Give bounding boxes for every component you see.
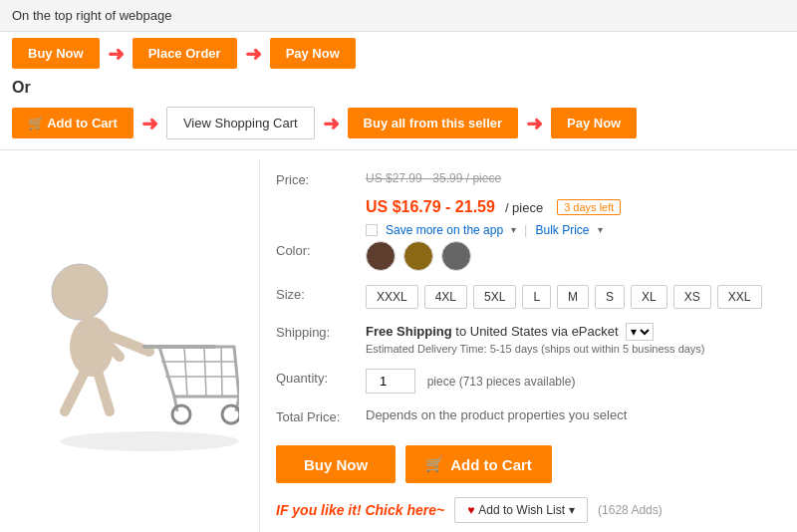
save-more-dropdown[interactable]: ▾ xyxy=(511,224,516,235)
color-swatch-dark[interactable] xyxy=(366,241,396,271)
price-discount: US $16.79 - 21.59 xyxy=(366,198,495,216)
save-more-text: Save more on the app xyxy=(386,223,503,237)
total-price-label: Total Price: xyxy=(276,407,366,424)
arrow-4: ➜ xyxy=(323,112,340,135)
place-order-button[interactable]: Place Order xyxy=(133,38,237,69)
arrow-3: ➜ xyxy=(141,112,158,135)
product-image-svg xyxy=(20,237,239,456)
price-row: Price: US $27.99 - 35.99 / piece xyxy=(276,170,781,194)
price-value: US $27.99 - 35.99 / piece xyxy=(366,170,781,185)
total-price-row: Total Price: Depends on the product prop… xyxy=(276,407,781,431)
product-image-container xyxy=(0,160,259,532)
size-m[interactable]: M xyxy=(557,285,589,309)
arrow-2: ➜ xyxy=(245,42,262,66)
color-swatch-gray[interactable] xyxy=(441,241,471,271)
color-swatches xyxy=(366,241,471,271)
add-to-cart-button-main[interactable]: 🛒 Add to Cart xyxy=(405,445,552,483)
size-label: Size: xyxy=(276,285,366,302)
bulk-price-dropdown[interactable]: ▾ xyxy=(598,224,603,235)
svg-line-5 xyxy=(98,372,110,411)
svg-line-10 xyxy=(204,347,206,397)
size-xxxl[interactable]: XXXL xyxy=(366,285,418,309)
add-to-cart-button-top[interactable]: 🛒 Add to Cart xyxy=(12,108,133,138)
svg-line-9 xyxy=(184,347,187,397)
arrow-1: ➜ xyxy=(108,42,125,66)
color-label: Color: xyxy=(276,241,366,258)
product-details: Price: US $27.99 - 35.99 / piece US $16.… xyxy=(259,160,797,532)
wish-row: IF you like it! Chick here~ ♥ Add to Wis… xyxy=(276,497,781,523)
color-swatch-brown[interactable] xyxy=(403,241,433,271)
svg-point-0 xyxy=(52,264,108,320)
quantity-label: Quantity: xyxy=(276,369,366,386)
bulk-price-link[interactable]: Bulk Price xyxy=(535,223,589,237)
wish-list-button[interactable]: ♥ Add to Wish List ▾ xyxy=(454,497,588,523)
size-xs[interactable]: XS xyxy=(673,285,711,309)
free-shipping-text: Free Shipping xyxy=(366,324,452,339)
quantity-value: piece (713 pieces available) xyxy=(366,369,575,394)
wish-list-label: Add to Wish List xyxy=(478,503,565,517)
shipping-label: Shipping: xyxy=(276,323,366,340)
wish-adds-count: (1628 Adds) xyxy=(598,503,663,517)
save-more-checkbox[interactable] xyxy=(366,224,378,236)
arrow-5: ➜ xyxy=(526,112,543,135)
flow-row-2: 🛒 Add to Cart ➜ View Shopping Cart ➜ Buy… xyxy=(0,101,797,145)
cart-icon-top: 🛒 xyxy=(28,116,44,131)
quantity-row: Quantity: piece (713 pieces available) xyxy=(276,369,781,394)
heart-icon: ♥ xyxy=(467,503,474,517)
quantity-available: piece (713 pieces available) xyxy=(427,375,576,389)
pay-now-button-2[interactable]: Pay Now xyxy=(551,108,637,138)
shipping-info: Free Shipping to United States via ePack… xyxy=(366,323,705,355)
price-per: / piece xyxy=(505,200,543,215)
svg-line-4 xyxy=(65,372,85,411)
color-row: Color: xyxy=(276,241,781,271)
cart-icon-main: 🛒 xyxy=(425,455,444,473)
discount-price-row: US $16.79 - 21.59 / piece 3 days left Sa… xyxy=(366,198,781,237)
price-label: Price: xyxy=(276,170,366,187)
size-xl[interactable]: XL xyxy=(631,285,667,309)
days-left-badge: 3 days left xyxy=(557,199,621,215)
shipping-detail: Estimated Delivery Time: 5-15 days (ship… xyxy=(366,343,705,355)
top-instruction-bar: On the top right of webpage xyxy=(0,0,797,32)
shipping-dropdown[interactable]: ▾ xyxy=(626,323,654,341)
size-l[interactable]: L xyxy=(522,285,551,309)
svg-point-16 xyxy=(60,431,239,451)
size-row: Size: XXXL 4XL 5XL L M S XL XS XXL xyxy=(276,285,781,309)
quantity-input[interactable] xyxy=(366,369,415,394)
or-divider: Or xyxy=(0,75,797,101)
buy-now-button-main[interactable]: Buy Now xyxy=(276,445,396,483)
svg-point-15 xyxy=(222,405,239,423)
size-s[interactable]: S xyxy=(595,285,625,309)
shipping-row: Shipping: Free Shipping to United States… xyxy=(276,323,781,355)
size-xxl[interactable]: XXL xyxy=(717,285,762,309)
size-buttons: XXXL 4XL 5XL L M S XL XS XXL xyxy=(366,285,762,309)
product-area: Price: US $27.99 - 35.99 / piece US $16.… xyxy=(0,149,797,532)
pay-now-button-1[interactable]: Pay Now xyxy=(270,38,356,69)
action-buttons: Buy Now 🛒 Add to Cart xyxy=(276,445,781,483)
top-instruction-text: On the top right of webpage xyxy=(12,8,171,23)
view-shopping-cart-button[interactable]: View Shopping Cart xyxy=(166,107,315,139)
shipping-to-text: to United States via ePacket xyxy=(455,324,618,339)
buy-now-button-1[interactable]: Buy Now xyxy=(12,38,100,69)
total-price-value: Depends on the product properties you se… xyxy=(366,407,627,422)
size-5xl[interactable]: 5XL xyxy=(473,285,516,309)
svg-line-11 xyxy=(221,347,222,397)
price-original: US $27.99 - 35.99 / piece xyxy=(366,171,501,185)
size-4xl[interactable]: 4XL xyxy=(424,285,467,309)
flow-row-1: Buy Now ➜ Place Order ➜ Pay Now xyxy=(0,32,797,75)
wish-dropdown-arrow[interactable]: ▾ xyxy=(569,503,575,517)
buy-from-seller-button[interactable]: Buy all from this seller xyxy=(348,108,518,138)
svg-point-14 xyxy=(172,405,190,423)
if-you-like-text: IF you like it! Chick here~ xyxy=(276,502,444,518)
